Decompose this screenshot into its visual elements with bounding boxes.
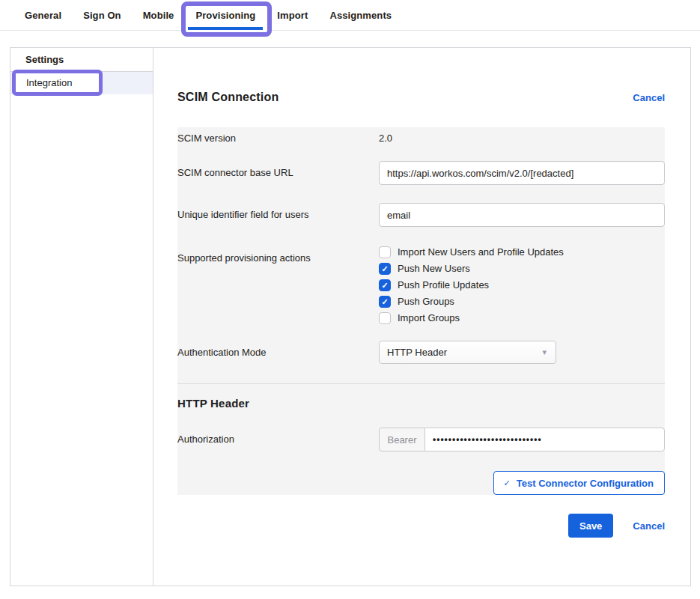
save-button[interactable]: Save bbox=[568, 514, 613, 538]
unique-identifier-row: Unique identifier field for users bbox=[177, 195, 665, 237]
checkbox-push-new-users[interactable]: ✓ bbox=[379, 263, 391, 275]
base-url-label: SCIM connector base URL bbox=[177, 161, 379, 179]
tab-assignments[interactable]: Assignments bbox=[329, 0, 392, 30]
authentication-mode-label: Authentication Mode bbox=[177, 341, 379, 359]
app-tabbar: GeneralSign OnMobileProvisioningImportAs… bbox=[0, 0, 700, 31]
checkbox-import-new-users-and-profile-updates[interactable] bbox=[379, 246, 391, 258]
tab-label: Provisioning bbox=[195, 10, 255, 21]
provisioning-option-push-new-users: ✓Push New Users bbox=[379, 263, 665, 275]
provisioning-option-push-profile-updates: ✓Push Profile Updates bbox=[379, 279, 665, 291]
authorization-input-group: Bearer bbox=[379, 428, 665, 451]
http-header-section-title: HTTP Header bbox=[177, 384, 665, 410]
provisioning-option-import-groups: Import Groups bbox=[379, 312, 665, 324]
unique-identifier-input[interactable] bbox=[379, 203, 665, 227]
sidebar-header: Settings bbox=[10, 48, 153, 72]
provisioning-option-push-groups: ✓Push Groups bbox=[379, 296, 665, 308]
tab-label: General bbox=[25, 10, 61, 21]
base-url-row: SCIM connector base URL bbox=[177, 155, 665, 195]
sidebar-item-label: Integration bbox=[26, 77, 72, 88]
checkbox-push-profile-updates[interactable]: ✓ bbox=[379, 279, 391, 291]
tab-label: Import bbox=[277, 10, 308, 21]
checkbox-import-groups[interactable] bbox=[379, 312, 391, 324]
scim-version-label: SCIM version bbox=[177, 133, 379, 145]
tab-import[interactable]: Import bbox=[277, 0, 308, 30]
tab-provisioning[interactable]: Provisioning bbox=[195, 0, 255, 30]
tab-sign-on[interactable]: Sign On bbox=[83, 0, 121, 30]
provisioning-actions-row: Supported provisioning actions Import Ne… bbox=[177, 237, 665, 333]
cancel-button[interactable]: Cancel bbox=[633, 520, 665, 532]
cancel-link-top[interactable]: Cancel bbox=[633, 92, 665, 103]
authorization-token-input[interactable] bbox=[424, 428, 665, 451]
checkbox-label-import-groups: Import Groups bbox=[398, 312, 460, 324]
active-tab-underline bbox=[188, 27, 263, 30]
checkbox-label-push-new-users: Push New Users bbox=[398, 263, 470, 275]
provisioning-actions-label: Supported provisioning actions bbox=[177, 246, 379, 264]
provisioning-actions-list: Import New Users and Profile Updates✓Pus… bbox=[379, 246, 665, 324]
test-connector-configuration-button[interactable]: ✓ Test Connector Configuration bbox=[493, 471, 665, 495]
settings-content-box: Settings Integration SCIM Connection Can… bbox=[10, 47, 691, 586]
scim-version-value: 2.0 bbox=[379, 133, 665, 145]
page-title: SCIM Connection bbox=[177, 91, 279, 104]
checkbox-label-push-groups: Push Groups bbox=[398, 296, 454, 308]
annotation-highlight-integration: Integration bbox=[12, 70, 103, 96]
test-connector-configuration-label: Test Connector Configuration bbox=[517, 478, 654, 489]
tab-label: Mobile bbox=[143, 10, 174, 21]
authentication-mode-value: HTTP Header bbox=[387, 347, 447, 358]
tab-label: Sign On bbox=[83, 10, 121, 21]
checkbox-label-import-new-users-and-profile-updates: Import New Users and Profile Updates bbox=[398, 246, 564, 258]
scim-form: SCIM version 2.0 SCIM connector base URL… bbox=[177, 127, 665, 495]
scim-version-row: SCIM version 2.0 bbox=[177, 127, 665, 155]
form-actions-row: Save Cancel bbox=[177, 514, 665, 538]
checkbox-label-push-profile-updates: Push Profile Updates bbox=[398, 279, 489, 291]
panel-title-row: SCIM Connection Cancel bbox=[177, 91, 665, 104]
sidebar-item-integration[interactable]: Integration bbox=[10, 72, 153, 94]
authorization-row: Authorization Bearer bbox=[177, 410, 665, 451]
unique-identifier-label: Unique identifier field for users bbox=[177, 203, 379, 221]
settings-sidebar: Settings Integration bbox=[10, 48, 153, 586]
authentication-mode-row: Authentication Mode HTTP Header ▾ bbox=[177, 333, 665, 383]
base-url-input[interactable] bbox=[379, 161, 665, 185]
test-connector-row: ✓ Test Connector Configuration bbox=[177, 451, 665, 495]
provisioning-option-import-new-users-and-profile-updates: Import New Users and Profile Updates bbox=[379, 246, 665, 258]
checkbox-push-groups[interactable]: ✓ bbox=[379, 296, 391, 308]
bearer-prefix: Bearer bbox=[379, 428, 425, 451]
tab-label: Assignments bbox=[329, 10, 392, 21]
authorization-label: Authorization bbox=[177, 428, 379, 446]
dropdown-arrow-icon: ▾ bbox=[542, 347, 547, 357]
tab-mobile[interactable]: Mobile bbox=[143, 0, 174, 30]
check-icon: ✓ bbox=[504, 478, 511, 488]
scim-connection-panel: SCIM Connection Cancel SCIM version 2.0 … bbox=[153, 48, 690, 586]
authentication-mode-select[interactable]: HTTP Header ▾ bbox=[379, 341, 556, 364]
tab-general[interactable]: General bbox=[25, 0, 61, 30]
